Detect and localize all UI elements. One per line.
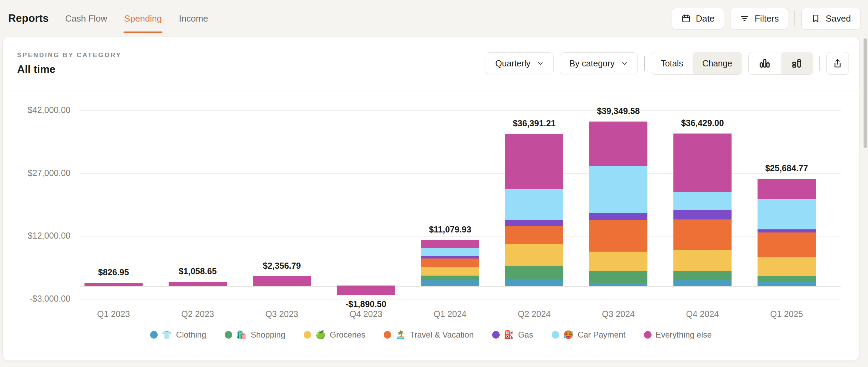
bar-total-label: $2,356.79 [240,261,324,271]
tab-spending[interactable]: Spending [123,12,162,25]
bar-segment[interactable] [758,229,816,233]
bar-total-label: $11,079.93 [408,225,492,235]
spending-stacked-bar-chart: $42,000.00$27,000.00$12,000.00-$3,000.00… [3,37,859,360]
bar-segment[interactable] [505,279,563,286]
bar-segment[interactable] [337,285,395,286]
x-axis-label: Q1 2024 [408,309,492,319]
scrollbar-thumb[interactable] [864,38,867,148]
bar-total-label: $826.95 [71,267,156,277]
x-axis-label: Q4 2023 [324,309,408,319]
tab-income[interactable]: Income [178,12,209,25]
bar-total-label: -$1,890.50 [324,299,408,309]
bar-total-label: $36,429.00 [660,118,745,128]
legend-color-dot [304,331,311,339]
date-button[interactable]: Date [672,8,724,29]
bar-segment[interactable] [505,220,563,226]
legend-color-dot [552,331,559,339]
bar-segment[interactable] [673,219,732,250]
legend-label: Clothing [176,330,206,340]
tab-cash-flow[interactable]: Cash Flow [65,12,108,25]
category-emoji-icon: 🍏 [315,331,326,339]
category-emoji-icon: 🥵 [563,331,574,339]
page-title: Reports [8,12,49,25]
bar-segment[interactable] [673,134,732,192]
legend-item[interactable]: 🛍️Shopping [225,330,285,340]
spending-report-card: SPENDING BY CATEGORY All time Quarterly … [3,37,859,360]
category-emoji-icon: ⛽ [504,331,514,339]
x-axis-label: Q3 2023 [240,309,324,319]
bar-segment[interactable] [673,280,732,286]
legend-item[interactable]: Everything else [644,330,712,340]
legend-label: Car Payment [578,330,626,340]
bar-segment[interactable] [169,282,227,286]
bar-segment[interactable] [758,199,816,229]
bar-segment[interactable] [589,166,647,213]
bar-segment[interactable] [505,226,563,244]
saved-button[interactable]: Saved [801,8,860,29]
bar-segment[interactable] [505,189,563,220]
bar-segment[interactable] [589,213,647,220]
filters-button[interactable]: Filters [730,8,788,29]
bar-segment[interactable] [169,286,227,287]
y-axis-label: $12,000.00 [13,231,70,241]
legend-label: Travel & Vacation [410,330,474,340]
filter-icon [740,14,749,23]
bar-segment[interactable] [253,276,311,286]
chart-legend: 👕Clothing🛍️Shopping🍏Groceries🏝️Travel & … [3,330,859,340]
saved-button-label: Saved [826,13,851,24]
bar-segment[interactable] [589,271,647,283]
legend-label: Gas [518,330,533,340]
legend-item[interactable]: 👕Clothing [150,330,206,340]
bar-segment[interactable] [758,257,816,276]
bar-total-label: $36,391.21 [492,118,576,128]
date-button-label: Date [696,13,715,24]
x-axis-label: Q2 2023 [156,309,240,319]
legend-color-dot [384,331,391,339]
bar-segment[interactable] [589,283,647,286]
bar-segment[interactable] [589,252,647,271]
x-axis-label: Q4 2024 [660,309,745,319]
category-emoji-icon: 🛍️ [236,331,247,339]
bar-segment[interactable] [505,134,563,189]
x-axis-label: Q1 2023 [71,309,156,319]
bar-segment[interactable] [758,232,816,257]
x-axis-label: Q1 2025 [745,309,829,319]
gridline [80,299,841,300]
bar-segment[interactable] [421,256,479,258]
bar-segment[interactable] [673,250,732,271]
filters-button-label: Filters [754,13,779,24]
bar-segment[interactable] [337,286,395,295]
bar-segment[interactable] [758,281,816,286]
legend-color-dot [644,331,652,339]
top-bar: Reports Cash Flow Spending Income Date F… [0,0,868,37]
legend-color-dot [150,331,158,339]
legend-item[interactable]: 🥵Car Payment [552,330,626,340]
bar-total-label: $25,684.77 [745,163,829,173]
bar-segment[interactable] [673,210,732,220]
bar-segment[interactable] [421,240,479,248]
topbar-divider [794,11,795,26]
bar-segment[interactable] [505,244,563,266]
bar-segment[interactable] [673,192,732,210]
bookmark-icon [811,14,820,23]
bar-segment[interactable] [421,280,479,286]
bar-segment[interactable] [505,266,563,279]
bar-segment[interactable] [758,276,816,281]
bar-total-label: $39,349.58 [576,106,660,116]
bar-segment[interactable] [421,267,479,276]
bar-segment[interactable] [84,283,143,286]
legend-color-dot [225,331,232,339]
bar-segment[interactable] [758,179,816,199]
legend-item[interactable]: 🏝️Travel & Vacation [384,330,474,340]
bar-segment[interactable] [589,122,647,166]
gridline [80,110,841,111]
legend-item[interactable]: ⛽Gas [492,330,533,340]
legend-item[interactable]: 🍏Groceries [304,330,365,340]
bar-segment[interactable] [589,220,647,252]
bar-segment[interactable] [421,276,479,280]
legend-label: Groceries [330,330,365,340]
category-emoji-icon: 👕 [162,331,172,339]
bar-segment[interactable] [421,248,479,256]
bar-segment[interactable] [421,258,479,267]
bar-segment[interactable] [673,271,732,281]
